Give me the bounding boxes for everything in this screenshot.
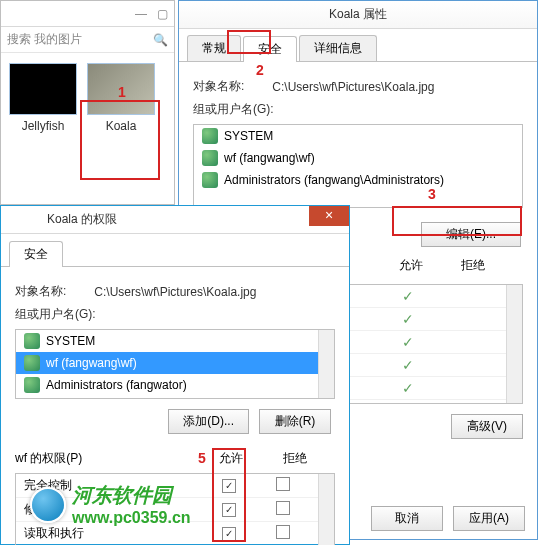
allow-header: 允许 xyxy=(219,450,243,467)
scrollbar[interactable] xyxy=(506,285,522,403)
add-button[interactable]: 添加(D)... xyxy=(168,409,249,434)
deny-header: 拒绝 xyxy=(461,257,485,274)
object-name-value: C:\Users\wf\Pictures\Koala.jpg xyxy=(272,80,434,94)
user-label: Administrators (fangwang\Administrators) xyxy=(224,173,444,187)
close-icon[interactable]: × xyxy=(309,206,349,226)
watermark-logo-icon xyxy=(30,487,66,523)
properties-titlebar: Koala 属性 xyxy=(179,1,537,29)
object-name-label: 对象名称: xyxy=(15,283,66,300)
user-icon xyxy=(202,172,218,188)
tab-security[interactable]: 安全 xyxy=(243,36,297,62)
deny-checkbox[interactable] xyxy=(276,525,290,539)
scrollbar[interactable] xyxy=(318,474,334,545)
user-icon xyxy=(202,150,218,166)
user-item[interactable]: SYSTEM xyxy=(16,330,318,352)
user-icon xyxy=(202,128,218,144)
group-users-label: 组或用户名(G): xyxy=(193,101,274,118)
user-icon xyxy=(24,377,40,393)
user-label: Administrators (fangwator) xyxy=(46,378,187,392)
tab-general[interactable]: 常规 xyxy=(187,35,241,61)
deny-header: 拒绝 xyxy=(283,450,307,467)
watermark-brand: 河东软件园 xyxy=(72,482,191,509)
thumbnail-row: Jellyfish Koala xyxy=(1,53,174,143)
allow-header: 允许 xyxy=(399,257,423,274)
explorer-window: — ▢ 搜索 我的图片 🔍 Jellyfish Koala xyxy=(0,0,175,205)
allow-checkbox[interactable]: ✓ xyxy=(222,527,236,541)
advanced-button[interactable]: 高级(V) xyxy=(451,414,523,439)
user-label: SYSTEM xyxy=(224,129,273,143)
allow-checkbox[interactable]: ✓ xyxy=(222,479,236,493)
cancel-button[interactable]: 取消 xyxy=(371,506,443,531)
group-users-list[interactable]: SYSTEM wf (fangwang\wf) Administrators (… xyxy=(193,124,523,208)
allow-checkbox[interactable]: ✓ xyxy=(222,503,236,517)
tab-details[interactable]: 详细信息 xyxy=(299,35,377,61)
minimize-icon[interactable]: — xyxy=(135,7,147,21)
watermark: 河东软件园 www.pc0359.cn xyxy=(30,482,191,527)
user-item[interactable]: Administrators (fangwang\Administrators) xyxy=(194,169,522,191)
edit-button[interactable]: 编辑(E)... xyxy=(421,222,521,247)
scrollbar[interactable] xyxy=(318,330,334,398)
perm-name: 读取和执行 xyxy=(24,525,202,542)
perm-for-label: wf 的权限(P) xyxy=(15,450,82,467)
permissions-titlebar: Koala 的权限 × xyxy=(1,206,349,234)
permissions-title: Koala 的权限 xyxy=(7,211,343,228)
deny-checkbox[interactable] xyxy=(276,477,290,491)
thumb-koala[interactable]: Koala xyxy=(85,63,157,133)
group-users-label: 组或用户名(G): xyxy=(15,306,96,323)
search-icon[interactable]: 🔍 xyxy=(153,33,168,47)
search-placeholder: 搜索 我的图片 xyxy=(7,31,82,48)
user-label: wf (fangwang\wf) xyxy=(46,356,137,370)
perm-users-list[interactable]: SYSTEM wf (fangwang\wf) Administrators (… xyxy=(15,329,335,399)
user-label: wf (fangwang\wf) xyxy=(224,151,315,165)
thumb-image xyxy=(87,63,155,115)
thumb-image xyxy=(9,63,77,115)
user-item[interactable]: wf (fangwang\wf) xyxy=(194,147,522,169)
explorer-toolbar: — ▢ xyxy=(1,1,174,27)
object-name-value: C:\Users\wf\Pictures\Koala.jpg xyxy=(94,285,256,299)
thumb-caption: Koala xyxy=(85,119,157,133)
properties-title: Koala 属性 xyxy=(185,6,531,23)
user-icon xyxy=(24,333,40,349)
properties-tabs: 常规 安全 详细信息 xyxy=(179,29,537,62)
user-item-selected[interactable]: wf (fangwang\wf) xyxy=(16,352,318,374)
remove-button[interactable]: 删除(R) xyxy=(259,409,331,434)
explorer-search[interactable]: 搜索 我的图片 🔍 xyxy=(1,27,174,53)
tab-security-perm[interactable]: 安全 xyxy=(9,241,63,267)
thumb-jellyfish[interactable]: Jellyfish xyxy=(7,63,79,133)
apply-button[interactable]: 应用(A) xyxy=(453,506,525,531)
thumb-caption: Jellyfish xyxy=(7,119,79,133)
maximize-icon[interactable]: ▢ xyxy=(157,7,168,21)
object-name-label: 对象名称: xyxy=(193,78,244,95)
user-label: SYSTEM xyxy=(46,334,95,348)
user-item[interactable]: SYSTEM xyxy=(194,125,522,147)
user-icon xyxy=(24,355,40,371)
deny-checkbox[interactable] xyxy=(276,501,290,515)
watermark-url: www.pc0359.cn xyxy=(72,509,191,527)
user-item[interactable]: Administrators (fangwator) xyxy=(16,374,318,396)
